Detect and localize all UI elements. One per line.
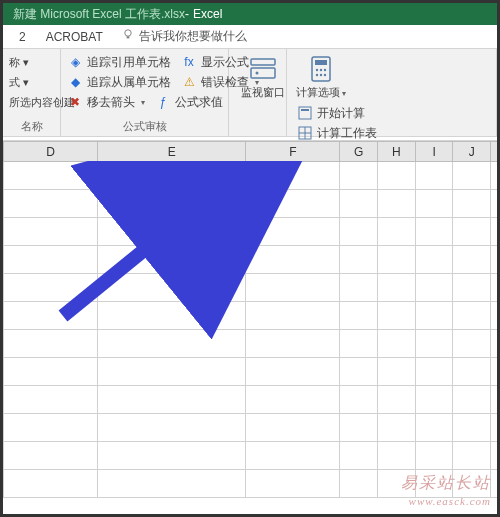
tell-me-label: 告诉我你想要做什么 (139, 28, 247, 45)
window-titlebar: 新建 Microsoft Excel 工作表.xlsx - Excel (3, 3, 497, 25)
group-names-partial: 称 ▾ 式 ▾ 所选内容创建 名称 (3, 49, 61, 136)
show-formulas-icon: fx (181, 54, 197, 70)
calc-sheet-icon (297, 125, 313, 141)
watermark: 易采站长站 www.easck.com (401, 473, 491, 508)
svg-rect-3 (251, 68, 275, 78)
svg-rect-2 (251, 59, 275, 65)
table-row (4, 302, 498, 330)
col-header-G[interactable]: G (340, 142, 378, 162)
remove-arrows-icon: ✖ (67, 94, 83, 110)
table-row (4, 386, 498, 414)
col-header-E[interactable]: E (98, 142, 246, 162)
table-row (4, 246, 498, 274)
calculator-icon (307, 55, 335, 83)
calculation-options-button[interactable]: 计算选项▾ (293, 53, 349, 100)
tab-acrobat[interactable]: ACROBAT (36, 26, 113, 48)
svg-rect-14 (301, 109, 309, 111)
group-label-formula-audit: 公式审核 (67, 117, 222, 134)
watch-window-button[interactable]: 监视窗口 (235, 53, 291, 100)
col-header-F[interactable]: F (246, 142, 340, 162)
table-row (4, 274, 498, 302)
watch-window-icon (249, 55, 277, 83)
cell-grid[interactable]: D E F G H I J K L (3, 141, 497, 498)
trace-precedents-button[interactable]: ◈ 追踪引用单元格 (67, 53, 171, 71)
table-row (4, 190, 498, 218)
trace-dependents-button[interactable]: ◆ 追踪从属单元格 (67, 73, 171, 91)
svg-rect-1 (126, 36, 129, 38)
table-row (4, 218, 498, 246)
app-name: Excel (193, 7, 222, 21)
group-formula-auditing: ◈ 追踪引用单元格 fx 显示公式 ◆ 追踪从属单元格 ⚠ 错误检查▾ (61, 49, 229, 136)
calculate-sheet-button[interactable]: 计算工作表 (297, 124, 490, 142)
evaluate-formula-icon: ƒ (155, 94, 171, 110)
watermark-text: 易采站长站 (401, 473, 491, 494)
svg-point-11 (320, 74, 322, 76)
trace-dependents-icon: ◆ (67, 74, 83, 90)
table-row (4, 442, 498, 470)
watermark-url: www.easck.com (401, 494, 491, 508)
group-label-names: 名称 (9, 117, 54, 134)
tell-me-box[interactable]: 告诉我你想要做什么 (121, 28, 247, 45)
svg-rect-6 (315, 60, 327, 65)
worksheet-area[interactable]: D E F G H I J K L 易采站长站 (3, 141, 497, 514)
svg-point-0 (125, 30, 131, 36)
svg-point-7 (316, 69, 318, 71)
group-label-watch (235, 120, 280, 134)
svg-point-9 (324, 69, 326, 71)
define-name-partial[interactable]: 称 ▾ (9, 53, 54, 71)
create-from-selection[interactable]: 所选内容创建 (9, 93, 54, 111)
column-headers[interactable]: D E F G H I J K L (4, 142, 498, 162)
document-name: 新建 Microsoft Excel 工作表.xlsx (13, 6, 185, 23)
table-row (4, 162, 498, 190)
title-separator: - (185, 7, 189, 21)
svg-point-8 (320, 69, 322, 71)
evaluate-formula-button[interactable]: ƒ 公式求值 (155, 93, 223, 111)
tab-number[interactable]: 2 (9, 26, 36, 48)
svg-rect-13 (299, 107, 311, 119)
col-header-J[interactable]: J (453, 142, 491, 162)
calc-now-icon (297, 105, 313, 121)
col-header-K[interactable]: K (491, 142, 497, 162)
col-header-D[interactable]: D (4, 142, 98, 162)
trace-precedents-icon: ◈ (67, 54, 83, 70)
lightbulb-icon (121, 28, 135, 45)
calculate-now-button[interactable]: 开始计算 (297, 104, 490, 122)
table-row (4, 358, 498, 386)
table-row (4, 414, 498, 442)
col-header-I[interactable]: I (415, 142, 453, 162)
svg-point-12 (324, 74, 326, 76)
error-check-icon: ⚠ (181, 74, 197, 90)
use-in-formula-partial[interactable]: 式 ▾ (9, 73, 54, 91)
group-watch-window: 监视窗口 (229, 49, 287, 136)
group-calculation: 计算选项▾ 开始计算 计算工作表 计算 (287, 49, 497, 136)
remove-arrows-button[interactable]: ✖ 移去箭头▾ (67, 93, 145, 111)
ribbon: 称 ▾ 式 ▾ 所选内容创建 名称 ◈ 追踪引用单元格 fx 显示公式 ◆ (3, 49, 497, 137)
svg-point-10 (316, 74, 318, 76)
svg-point-4 (256, 72, 259, 75)
col-header-H[interactable]: H (378, 142, 416, 162)
ribbon-tabs: 2 ACROBAT 告诉我你想要做什么 (3, 25, 497, 49)
table-row (4, 330, 498, 358)
